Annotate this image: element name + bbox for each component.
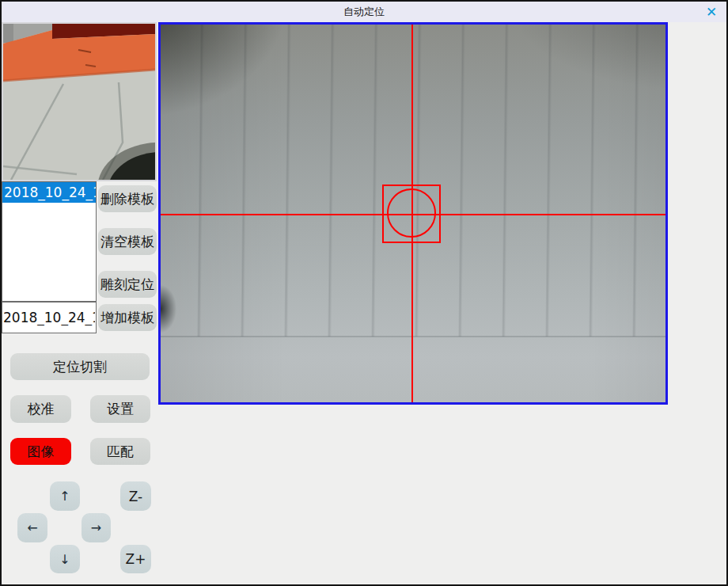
template-thumbnail: [2, 22, 157, 181]
jog-up-button[interactable]: ↑: [50, 481, 80, 511]
jog-down-button[interactable]: ↓: [50, 545, 80, 573]
template-name-input[interactable]: [2, 302, 97, 333]
position-cut-button[interactable]: 定位切割: [10, 353, 150, 380]
image-button[interactable]: 图像: [10, 438, 71, 465]
add-template-button[interactable]: 增加模板: [98, 304, 157, 331]
camera-view[interactable]: [158, 22, 668, 405]
jog-left-button[interactable]: ←: [17, 513, 47, 542]
jog-right-button[interactable]: →: [82, 513, 111, 542]
dialog-title: 自动定位: [2, 2, 726, 22]
template-list[interactable]: 2018_10_24_11: [2, 181, 97, 302]
engrave-position-button[interactable]: 雕刻定位: [98, 271, 157, 298]
template-list-item[interactable]: 2018_10_24_11: [2, 182, 96, 203]
z-minus-button[interactable]: Z-: [120, 481, 151, 511]
settings-button[interactable]: 设置: [90, 395, 150, 423]
calibrate-button[interactable]: 校准: [10, 395, 71, 423]
z-plus-button[interactable]: Z+: [120, 545, 151, 573]
clear-templates-button[interactable]: 清空模板: [98, 228, 157, 255]
template-match-circle: [387, 188, 436, 238]
auto-position-dialog: 自动定位 ✕ 2018_10_24_11: [0, 0, 728, 586]
delete-template-button[interactable]: 删除模板: [98, 185, 157, 212]
thumbnail-image: [3, 24, 155, 180]
title-bar: 自动定位 ✕: [2, 2, 726, 22]
close-icon[interactable]: ✕: [701, 2, 722, 21]
match-button[interactable]: 匹配: [90, 438, 150, 465]
